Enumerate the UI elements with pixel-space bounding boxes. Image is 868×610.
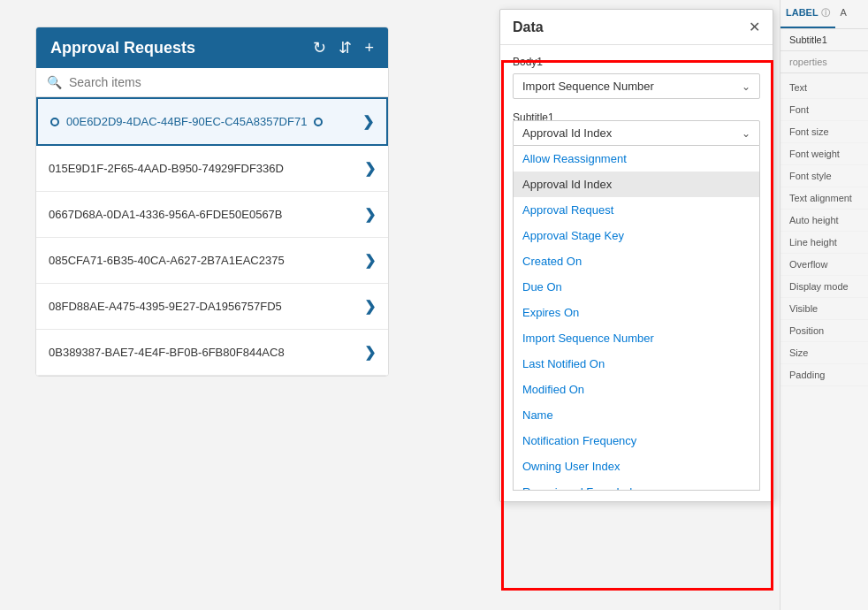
property-item[interactable]: Font (780, 99, 868, 121)
property-item[interactable]: Font size (780, 121, 868, 143)
list-item[interactable]: Import Sequence Number (514, 325, 759, 351)
chevron-right-icon: ❯ (362, 113, 374, 130)
body1-dropdown[interactable]: Import Sequence Number ⌄ (513, 73, 760, 99)
list-item[interactable]: Approval Request (514, 197, 759, 223)
subtitle1-dropdown-value: Approval Id Index (522, 126, 612, 140)
chevron-down-icon: ⌄ (742, 127, 750, 140)
chevron-down-icon: ⌄ (742, 80, 750, 93)
list-items: 00E6D2D9-4DAC-44BF-90EC-C45A8357DF71 ❯ 0… (36, 97, 388, 376)
sort-icon[interactable]: ⇵ (339, 38, 352, 57)
list-item[interactable]: Notification Frequency (514, 428, 759, 454)
right-properties-panel: LABEL ⓘ A Subtitle1 roperties TextFontFo… (780, 0, 868, 610)
property-item[interactable]: Line height (780, 232, 868, 254)
subtitle-value-row: Subtitle1 (780, 29, 868, 51)
dot-right (314, 118, 323, 126)
chevron-right-icon: ❯ (364, 160, 376, 177)
list-item[interactable]: Modified On (514, 377, 759, 402)
list-item[interactable]: Created On (514, 248, 759, 274)
panel-header: Approval Requests ↻ ⇵ + (36, 27, 388, 68)
refresh-icon[interactable]: ↻ (313, 38, 326, 57)
table-row[interactable]: 00E6D2D9-4DAC-44BF-90EC-C45A8357DF71 ❯ (36, 97, 388, 146)
subtitle1-dropdown-container: Approval Id Index ⌄ Allow ReassignmentAp… (513, 120, 760, 491)
list-item[interactable]: Owning User Index (514, 454, 759, 479)
list-item[interactable]: Name (514, 402, 759, 428)
list-item-text: 0B389387-BAE7-4E4F-BF0B-6FB80F844AC8 (49, 346, 285, 359)
body1-label: Body1 (513, 56, 760, 68)
list-item[interactable]: Expires On (514, 300, 759, 325)
close-icon[interactable]: ✕ (749, 19, 760, 35)
subtitle-value: Subtitle1 (789, 34, 859, 45)
list-item[interactable]: Approval Id Index (514, 172, 759, 197)
right-panel-tabs: LABEL ⓘ A (780, 0, 868, 29)
property-item[interactable]: Auto height (780, 210, 868, 232)
chevron-right-icon: ❯ (364, 252, 376, 269)
list-item-text: 00E6D2D9-4DAC-44BF-90EC-C45A8357DF71 (66, 115, 307, 128)
tab-label[interactable]: LABEL ⓘ (780, 0, 835, 28)
data-panel-title: Data (513, 19, 544, 35)
list-item[interactable]: Allow Reassignment (514, 146, 759, 172)
property-item[interactable]: Position (780, 320, 868, 342)
property-item[interactable]: Font style (780, 165, 868, 187)
property-item[interactable]: Text alignment (780, 187, 868, 210)
property-item[interactable]: Display mode (780, 276, 868, 298)
table-row[interactable]: 0B389387-BAE7-4E4F-BF0B-6FB80F844AC8 ❯ (36, 330, 388, 376)
search-bar: 🔍 (36, 68, 388, 97)
search-icon: 🔍 (47, 75, 62, 89)
property-item[interactable]: Overflow (780, 254, 868, 276)
chevron-right-icon: ❯ (364, 298, 376, 315)
property-item[interactable]: Font weight (780, 143, 868, 165)
list-item-text: 085CFA71-6B35-40CA-A627-2B7A1EAC2375 (49, 254, 285, 267)
list-item[interactable]: Last Notified On (514, 351, 759, 377)
question-icon: ⓘ (821, 8, 830, 18)
chevron-right-icon: ❯ (364, 206, 376, 223)
data-panel-body: Body1 Import Sequence Number ⌄ Subtitle1… (500, 45, 773, 501)
subtitle1-dropdown-list: Allow ReassignmentApproval Id IndexAppro… (513, 146, 760, 491)
selected-item-content: 00E6D2D9-4DAC-44BF-90EC-C45A8357DF71 (50, 115, 323, 128)
body1-dropdown-value: Import Sequence Number (522, 80, 654, 93)
property-item[interactable]: Size (780, 342, 868, 364)
list-item-text: 0667D68A-0DA1-4336-956A-6FDE50E0567B (49, 208, 283, 221)
header-icons: ↻ ⇵ + (313, 38, 374, 57)
approval-requests-panel: Approval Requests ↻ ⇵ + 🔍 00E6D2D9-4DAC-… (35, 27, 389, 377)
search-input[interactable] (69, 75, 377, 89)
property-item[interactable]: Padding (780, 364, 868, 386)
list-item[interactable]: Due On (514, 274, 759, 300)
tab-advanced[interactable]: A (835, 0, 852, 28)
data-panel: Data ✕ Body1 Import Sequence Number ⌄ Su… (499, 9, 773, 502)
table-row[interactable]: 015E9D1F-2F65-4AAD-B950-74929FDF336D ❯ (36, 146, 388, 192)
properties-list: TextFontFont sizeFont weightFont styleTe… (780, 73, 868, 386)
dot-left (50, 118, 59, 126)
table-row[interactable]: 0667D68A-0DA1-4336-956A-6FDE50E0567B ❯ (36, 192, 388, 238)
add-icon[interactable]: + (364, 39, 374, 57)
list-item[interactable]: Approval Stage Key (514, 223, 759, 248)
list-item-text: 08FD88AE-A475-4395-9E27-DA1956757FD5 (49, 300, 282, 313)
subtitle1-dropdown[interactable]: Approval Id Index ⌄ (513, 120, 760, 146)
chevron-right-icon: ❯ (364, 344, 376, 361)
table-row[interactable]: 085CFA71-6B35-40CA-A627-2B7A1EAC2375 ❯ (36, 238, 388, 284)
properties-label: roperties (789, 57, 859, 67)
property-item[interactable]: Text (780, 77, 868, 99)
data-panel-header: Data ✕ (500, 10, 773, 45)
property-item[interactable]: Visible (780, 298, 868, 320)
table-row[interactable]: 08FD88AE-A475-4395-9E27-DA1956757FD5 ❯ (36, 284, 388, 330)
properties-header: roperties (780, 51, 868, 73)
list-item[interactable]: Reassigned From Index (514, 479, 759, 491)
panel-title: Approval Requests (50, 39, 195, 57)
list-item-text: 015E9D1F-2F65-4AAD-B950-74929FDF336D (49, 162, 284, 175)
